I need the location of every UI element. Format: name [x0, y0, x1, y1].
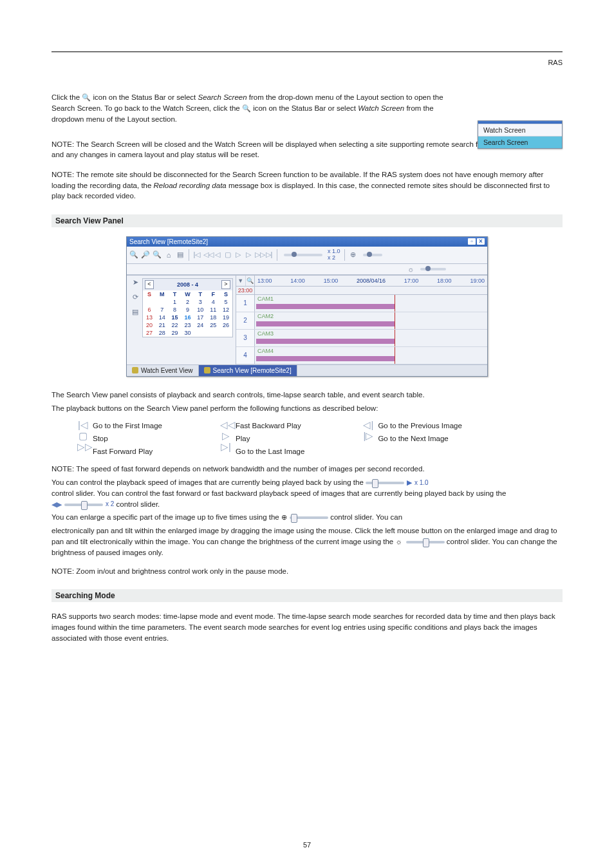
- menu-item-search[interactable]: Search Screen: [478, 136, 562, 148]
- row-num: 4: [236, 347, 255, 364]
- brightness-icon: ☼: [406, 265, 415, 274]
- fast-forward-icon[interactable]: ▷▷: [255, 250, 263, 259]
- timeline-header: ▼ 🔍 13:00 14:00 15:00 2008/04/16 17:00 1…: [236, 276, 487, 287]
- playback-buttons-legend: |◁ ▢ ▷▷ Go to the First Image Stop Fast …: [77, 420, 563, 457]
- tool-zoomout-icon[interactable]: 🔎: [141, 250, 150, 259]
- pb-label: Play: [236, 433, 304, 444]
- timeline-row[interactable]: 2 CAM2: [236, 312, 487, 330]
- playback-intro: The playback buttons on the Search View …: [51, 403, 563, 414]
- window-buttons: ▫ ×: [468, 238, 485, 245]
- refresh-icon[interactable]: ⟳: [133, 293, 138, 301]
- pin-icon[interactable]: ▫: [468, 238, 476, 245]
- last-image-icon[interactable]: ▷|: [265, 250, 273, 259]
- record-bar: [256, 356, 395, 361]
- timeline-row[interactable]: 1 CAM1: [236, 295, 487, 312]
- tab-icon: [204, 367, 210, 373]
- timeline-date: 2008/04/16: [357, 278, 386, 284]
- playhead[interactable]: [395, 312, 395, 329]
- stop-icon[interactable]: ▢: [224, 250, 232, 259]
- left-icon-stack: ➤ ⟳ ▤: [129, 278, 141, 316]
- calendar[interactable]: < 2008 - 4 > SMTWTFS 12345 6789101112 13…: [142, 278, 233, 337]
- prev-month-button[interactable]: <: [145, 280, 154, 289]
- row-lane[interactable]: CAM1: [255, 295, 487, 312]
- fast-forward-icon: ▷▷: [77, 442, 89, 451]
- t: control slider. You can control the fast…: [51, 489, 506, 497]
- collapse-icon[interactable]: ▼: [236, 276, 246, 286]
- tick: 14:00: [290, 278, 305, 284]
- row-num: 2: [236, 312, 255, 329]
- timeline-row[interactable]: 3 CAM3: [236, 330, 487, 347]
- search-view-tabs: Watch Event View Search View [RemoteSite…: [127, 364, 487, 376]
- list-icon[interactable]: ▤: [132, 308, 138, 316]
- sep: [344, 249, 345, 261]
- tick: 18:00: [437, 278, 452, 284]
- tick: 17:00: [404, 278, 419, 284]
- calendar-month: 2008 - 4: [154, 281, 221, 288]
- row-lane[interactable]: CAM2: [255, 312, 487, 329]
- row-lane[interactable]: CAM4: [255, 347, 487, 364]
- pb-label: Go to the Next Image: [378, 433, 461, 444]
- t: 23:00: [236, 285, 254, 296]
- last-image-icon: ▷|: [220, 442, 232, 451]
- pb-label: Go to the Last Image: [236, 446, 304, 457]
- t: icon on the Status Bar or select: [93, 93, 198, 101]
- tick: 13:00: [257, 278, 272, 284]
- row-lane[interactable]: CAM3: [255, 330, 487, 346]
- tool-zoom-icon[interactable]: 🔍: [129, 250, 138, 259]
- next-month-button[interactable]: >: [221, 280, 230, 289]
- corner-time: 23:00: [236, 287, 255, 294]
- tool-search-icon[interactable]: 🔍: [153, 250, 162, 259]
- search-view-toolbar: 🔍 🔎 🔍 ⌂ ▤ |◁ ◁◁ ◁ ▢ ▷ ▷ ▷▷ ▷| x 1.0 x 2 …: [127, 247, 487, 264]
- next-image-icon[interactable]: ▷: [245, 250, 252, 259]
- prev-image-icon[interactable]: ◁: [214, 250, 221, 259]
- close-icon[interactable]: ×: [477, 238, 485, 245]
- t: icon on the Status Bar or select: [253, 104, 358, 112]
- t: control slider.: [116, 500, 160, 508]
- zoom-slider[interactable]: [363, 254, 382, 256]
- sep: [189, 249, 189, 261]
- timeline-ticks: 13:00 14:00 15:00 2008/04/16 17:00 18:00…: [255, 276, 487, 286]
- tab-search-view[interactable]: Search View [RemoteSite2]: [199, 365, 297, 376]
- search-view-panel: Search View [RemoteSite2] ▫ × 🔍 🔎 🔍 ⌂ ▤ …: [126, 236, 488, 377]
- calendar-grid[interactable]: SMTWTFS 12345 6789101112 13141516171819 …: [143, 290, 232, 337]
- tool-home-icon[interactable]: ⌂: [164, 250, 173, 259]
- playhead[interactable]: [395, 330, 395, 346]
- t: You can enlarge a specific part of the i…: [51, 513, 281, 521]
- tool-export-icon[interactable]: ▤: [176, 250, 185, 259]
- search-view-titlebar: Search View [RemoteSite2] ▫ ×: [127, 237, 487, 247]
- fast-backward-icon[interactable]: ◁◁: [203, 250, 211, 259]
- tab-label: Search View [RemoteSite2]: [213, 367, 292, 374]
- speed-slider-illustration: ▶ x 1.0: [366, 478, 429, 488]
- tab-watch-event[interactable]: Watch Event View: [127, 365, 199, 376]
- go-icon[interactable]: ➤: [133, 278, 138, 287]
- zoom-timeline-icon[interactable]: 🔍: [246, 276, 255, 286]
- stop-icon: ▢: [77, 431, 89, 440]
- screen-select-menu: Watch Screen Search Screen: [478, 120, 563, 149]
- record-bar: [256, 304, 395, 309]
- speed-paragraph: You can control the playback speed of im…: [51, 477, 563, 510]
- note-zoom-pause: NOTE: Zoom in/out and brightness control…: [51, 566, 563, 577]
- play-icon: ▷: [220, 431, 232, 440]
- t: control slider. You can: [330, 513, 402, 521]
- play-icon[interactable]: ▷: [234, 250, 242, 259]
- menu-item-watch[interactable]: Watch Screen: [478, 124, 562, 136]
- brightness-slider[interactable]: [420, 268, 446, 270]
- brightness-icon: ☼: [395, 537, 402, 547]
- first-image-icon: |◁: [77, 420, 89, 429]
- zoom-in-icon: ⊕: [281, 513, 287, 523]
- playback-speed-slider[interactable]: [284, 254, 322, 256]
- timeline-subhead: 23:00 13:00 16:00: [236, 287, 487, 295]
- playhead[interactable]: [395, 295, 395, 312]
- timeline-corner: ▼ 🔍: [236, 276, 255, 286]
- first-image-icon[interactable]: |◁: [193, 250, 201, 259]
- timeline-rows: 1 CAM1 2 CAM2 3: [236, 295, 487, 364]
- pb-label: Go to the First Image: [93, 420, 162, 431]
- search-view-desc: The Search View panel consists of playba…: [51, 390, 563, 401]
- search-view-left: ➤ ⟳ ▤ < 2008 - 4 > SMTWTFS 12345 6789101…: [127, 276, 236, 364]
- prev-image-icon: ◁|: [362, 420, 374, 429]
- watch-screen-icon: 🔍: [242, 104, 251, 114]
- t: Search Screen: [198, 93, 247, 101]
- timeline-row[interactable]: 4 CAM4: [236, 347, 487, 364]
- pb-label: Stop: [93, 433, 162, 444]
- playhead[interactable]: [395, 347, 395, 364]
